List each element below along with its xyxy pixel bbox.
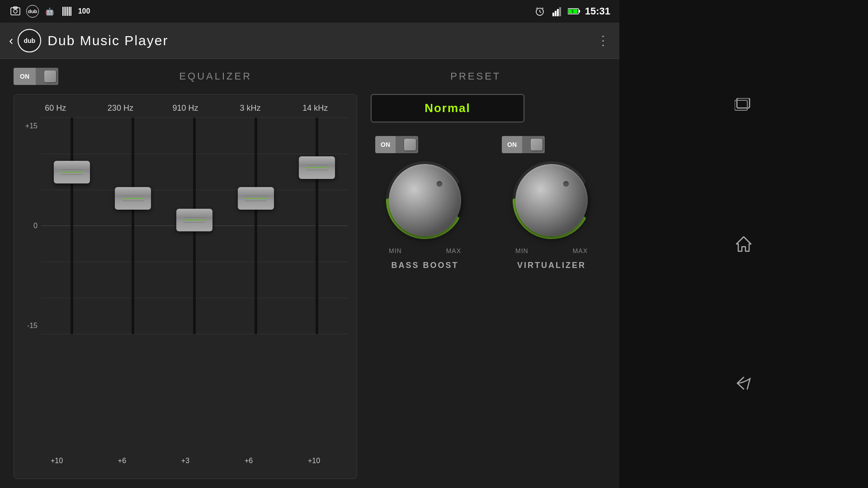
alarm-icon	[533, 5, 546, 18]
slider-14khz[interactable]	[290, 117, 344, 334]
eq-toggle-slider[interactable]	[36, 68, 58, 85]
bass-boost-knob-container[interactable]	[384, 160, 466, 241]
thumb-line-gray-6	[184, 222, 205, 223]
thumb-line-gray-5	[184, 217, 205, 218]
svg-rect-7	[67, 7, 68, 16]
track-230hz[interactable]	[132, 117, 134, 334]
menu-button[interactable]: ⋮	[597, 33, 610, 48]
thumb-14khz[interactable]	[299, 156, 335, 179]
freq-910hz: 910 Hz	[158, 103, 212, 113]
effects-row: ON	[371, 136, 606, 479]
thumb-line-gray-7	[245, 196, 267, 196]
eq-header: ON EQUALIZER PRESET	[14, 68, 606, 85]
slider-910hz[interactable]	[167, 117, 222, 334]
sliders-area: +15 0 -15	[23, 117, 348, 448]
recent-apps-button[interactable]	[735, 98, 753, 112]
scale-labels: +15 0 -15	[23, 117, 41, 334]
bass-boost-toggle-slider[interactable]	[396, 136, 418, 153]
virtualizer-toggle[interactable]: ON	[502, 136, 545, 153]
sliders-grid	[41, 117, 348, 334]
track-60hz[interactable]	[71, 117, 73, 334]
bass-boost-on-label: ON	[375, 136, 396, 153]
svg-rect-5	[65, 7, 66, 16]
slider-230hz[interactable]	[106, 117, 160, 334]
battery-percent-icon: 100	[78, 5, 90, 18]
virtualizer-knob-container[interactable]	[511, 160, 592, 241]
dub-status-icon: dub	[26, 5, 39, 18]
virtualizer-min: MIN	[515, 247, 528, 254]
back-nav-button[interactable]	[735, 376, 753, 390]
svg-line-13	[540, 12, 541, 13]
app-container: dub 🤖 100 15:31 ‹ dub Dub Music Player	[0, 0, 619, 488]
app-title: Dub Music Player	[47, 33, 597, 48]
freq-labels: 60 Hz 230 Hz 910 Hz 3 kHz 14 kHz	[23, 103, 348, 113]
thumb-line-gray-4	[122, 201, 144, 201]
thumb-3khz[interactable]	[238, 187, 274, 210]
svg-line-15	[542, 8, 543, 9]
bass-boost-knob-dot	[437, 181, 442, 187]
svg-rect-18	[557, 9, 559, 16]
photo-icon	[9, 5, 22, 18]
db-values-row: +10 +6 +3 +6 +10	[23, 453, 348, 465]
preset-title: PRESET	[346, 70, 606, 82]
thumb-line-gray-8	[245, 201, 267, 201]
db-14khz: +10	[308, 457, 320, 465]
svg-rect-17	[555, 11, 557, 16]
signal-icon	[551, 5, 563, 18]
svg-rect-3	[62, 7, 63, 16]
android-icon: 🤖	[43, 5, 56, 18]
track-3khz[interactable]	[255, 117, 257, 334]
track-14khz[interactable]	[316, 117, 318, 334]
status-time: 15:31	[585, 5, 610, 17]
svg-rect-10	[71, 7, 71, 16]
thumb-line-gray-3	[122, 196, 144, 196]
svg-rect-9	[69, 7, 70, 16]
thumb-line-green-1	[61, 172, 83, 173]
svg-rect-6	[66, 7, 66, 16]
nav-bar	[619, 0, 868, 488]
battery-icon	[568, 5, 580, 18]
eq-toggle[interactable]: ON	[14, 68, 58, 85]
svg-rect-19	[559, 7, 561, 16]
home-button[interactable]	[735, 235, 753, 253]
db-230hz: +6	[118, 457, 126, 465]
thumb-910hz[interactable]	[176, 209, 212, 231]
freq-14khz: 14 kHz	[288, 103, 342, 113]
db-60hz: +10	[51, 457, 63, 465]
freq-230hz: 230 Hz	[93, 103, 147, 113]
slider-60hz[interactable]	[45, 117, 99, 334]
thumb-line-green-3	[184, 220, 205, 221]
main-content: ON EQUALIZER PRESET 60 Hz 230 Hz 910 Hz …	[0, 59, 619, 488]
track-910hz[interactable]	[193, 117, 196, 334]
bass-boost-toggle[interactable]: ON	[375, 136, 418, 153]
scale-zero: 0	[23, 222, 41, 230]
eq-toggle-knob	[44, 70, 56, 82]
right-panel: Normal ON	[371, 94, 606, 479]
virtualizer-knob	[531, 139, 542, 150]
preset-button[interactable]: Normal	[371, 94, 524, 122]
thumb-60hz[interactable]	[54, 161, 90, 183]
barcode-icon	[61, 5, 73, 18]
svg-rect-8	[68, 7, 69, 16]
virtualizer-max: MAX	[573, 247, 588, 254]
svg-rect-21	[579, 10, 580, 13]
eq-panel: 60 Hz 230 Hz 910 Hz 3 kHz 14 kHz +15 0 -…	[14, 94, 357, 479]
eq-title: EQUALIZER	[85, 70, 346, 82]
thumb-line-gray-10	[306, 170, 328, 170]
bass-boost-min: MIN	[389, 247, 402, 254]
virtualizer-on-label: ON	[502, 136, 522, 153]
bass-boost-max: MAX	[446, 247, 461, 254]
db-3khz: +6	[245, 457, 253, 465]
status-bar-right: 15:31	[533, 5, 610, 18]
bass-boost-min-max: MIN MAX	[384, 247, 466, 254]
virtualizer-knob-visual[interactable]	[515, 164, 588, 236]
bass-boost-knob-visual[interactable]	[389, 164, 461, 236]
back-button[interactable]: ‹	[9, 33, 13, 48]
thumb-line-gray-9	[306, 165, 328, 165]
eq-on-label: ON	[14, 68, 36, 85]
content-row: 60 Hz 230 Hz 910 Hz 3 kHz 14 kHz +15 0 -…	[14, 94, 606, 479]
scale-plus15: +15	[23, 122, 41, 130]
thumb-230hz[interactable]	[115, 187, 151, 210]
virtualizer-toggle-slider[interactable]	[522, 136, 545, 153]
slider-3khz[interactable]	[229, 117, 283, 334]
